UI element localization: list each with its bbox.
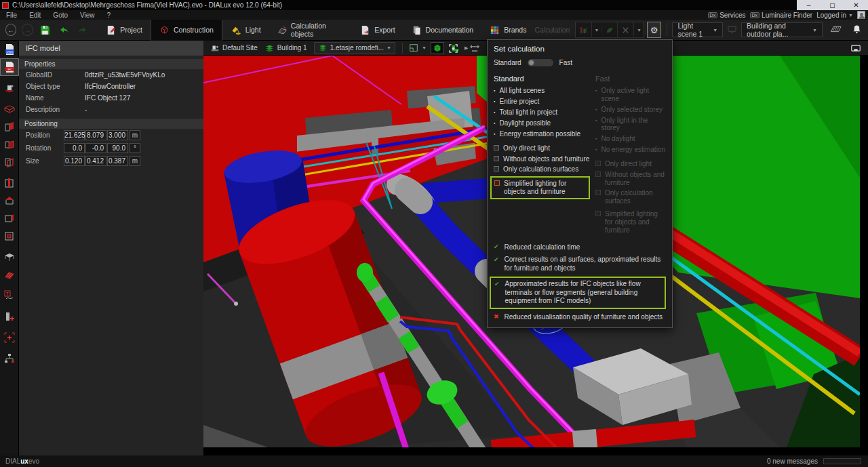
checkbox-simplified-lighting[interactable]: Simplified lighting for objects and furn… xyxy=(494,180,586,196)
globalid-value: 0dtziR_u53twE5vFVoyKLo xyxy=(85,71,165,79)
checkbox-icon xyxy=(595,171,601,177)
menu-goto[interactable]: Goto xyxy=(47,12,74,19)
properties-panel: IFC model Properties GlobalID0dtziR_u53t… xyxy=(19,41,203,455)
toggle-knob xyxy=(528,60,534,66)
chevron-down-icon: ▼ xyxy=(387,45,391,50)
tab-light[interactable]: Light xyxy=(222,20,269,41)
property-row: GlobalID0dtziR_u53twE5vFVoyKLo xyxy=(19,69,203,81)
position-unit: m xyxy=(130,130,140,140)
paste-object-icon[interactable] xyxy=(0,329,19,346)
chevron-down-icon[interactable]: ▼ xyxy=(422,45,427,50)
services-button[interactable]: Dx Services xyxy=(708,12,746,19)
furniture-icon[interactable] xyxy=(0,248,19,266)
chevron-down-icon[interactable]: ▼ xyxy=(634,28,644,33)
menu-file[interactable]: File xyxy=(0,12,23,19)
ifc-file-icon[interactable]: IFC xyxy=(0,58,19,76)
logged-in-dropdown[interactable]: Logged in▼ xyxy=(816,12,853,19)
tab-brands[interactable]: Brands xyxy=(481,20,534,41)
avatar[interactable] xyxy=(857,11,865,19)
back-button[interactable]: ← xyxy=(5,24,16,36)
calculation-label: Calculation xyxy=(534,26,570,34)
tab-calculation-objects[interactable]: Calculation objects xyxy=(269,20,353,41)
view-3d-button[interactable] xyxy=(431,42,444,54)
single-view-button[interactable] xyxy=(849,42,863,54)
chevron-down-icon[interactable]: ▼ xyxy=(592,28,601,33)
add-column-icon[interactable] xyxy=(0,308,19,325)
ceiling-icon[interactable] xyxy=(0,136,19,153)
tab-documentation[interactable]: Documentation xyxy=(403,20,482,41)
rotation-y-field[interactable]: -0.0 xyxy=(85,143,106,153)
energy-button[interactable] xyxy=(601,22,618,37)
measure-icon: mm xyxy=(469,43,480,54)
position-x-field[interactable]: 21.625 xyxy=(64,130,85,140)
storey-dropdown[interactable]: 1.etasje romdefi... ▼ xyxy=(314,42,395,54)
close-button[interactable]: ✕ xyxy=(846,0,867,10)
cancel-calculation-button[interactable] xyxy=(618,22,634,37)
checkbox-only-direct-light[interactable]: Only direct light xyxy=(494,144,590,153)
storey-icon[interactable] xyxy=(0,100,19,118)
checkbox-icon xyxy=(494,180,500,186)
toggle-label-standard: Standard xyxy=(494,59,521,66)
rotation-z-field[interactable]: 90.0 xyxy=(107,143,128,153)
room-icon[interactable] xyxy=(0,153,19,171)
undo-button[interactable] xyxy=(57,22,71,37)
dialux-logo: DIALuxevo xyxy=(5,458,39,465)
documentation-icon xyxy=(412,25,422,35)
menu-edit[interactable]: Edit xyxy=(23,12,47,19)
storey-icon xyxy=(318,43,328,52)
zoom-fit-button[interactable] xyxy=(446,42,460,54)
wall-icon[interactable] xyxy=(0,118,19,136)
zoom-fit-icon xyxy=(448,43,458,54)
standard-bullet: ▪Total light in project xyxy=(494,108,590,117)
calculation-settings-button[interactable]: ⚙ xyxy=(647,22,660,38)
monitor-icon xyxy=(850,44,861,53)
opening-icon[interactable] xyxy=(0,227,19,245)
tab-project[interactable]: Project xyxy=(98,20,151,41)
structure-tree-icon[interactable] xyxy=(0,350,19,367)
menu-view[interactable]: View xyxy=(74,12,101,19)
forward-button[interactable]: → xyxy=(22,24,33,36)
size-y-field[interactable]: 0.412 xyxy=(85,156,106,166)
render-quality-button[interactable] xyxy=(828,25,842,35)
light-scene-dropdown[interactable]: Light scene 1▼ xyxy=(672,22,723,37)
tab-construction[interactable]: Construction xyxy=(151,20,222,41)
position-z-field[interactable]: 3.000 xyxy=(107,130,128,140)
notifications-button[interactable] xyxy=(852,24,861,35)
roof-icon[interactable] xyxy=(0,192,19,209)
redo-button[interactable] xyxy=(76,22,90,37)
planning-mode-dropdown[interactable]: Building and outdoor pla...▼ xyxy=(741,22,823,37)
building-button[interactable]: Building 1 xyxy=(264,43,307,53)
maximize-button[interactable]: ◻ xyxy=(823,0,843,10)
column-icon[interactable] xyxy=(0,174,19,192)
calculation-mode-toggle[interactable] xyxy=(527,58,554,67)
default-site-button[interactable]: Default Site xyxy=(210,43,258,53)
checkbox-without-objects[interactable]: Without objects and furniture xyxy=(494,155,590,163)
menu-help[interactable]: ? xyxy=(101,12,117,19)
fast-bullet: ▪Only light in the storey xyxy=(595,117,666,132)
position-y-field[interactable]: 8.079 xyxy=(85,130,106,140)
building-icon xyxy=(264,43,275,53)
luminaire-finder-button[interactable]: Dx Luminaire Finder xyxy=(750,12,813,19)
size-z-field[interactable]: 0.387 xyxy=(107,156,128,166)
calculation-objects-icon xyxy=(277,25,287,35)
checkbox-only-calc-surfaces[interactable]: Only calculation surfaces xyxy=(494,165,590,174)
surface-texture-icon[interactable] xyxy=(0,266,19,283)
scene-margin xyxy=(203,447,868,455)
text-label-icon[interactable]: T xyxy=(0,287,19,304)
display-mode-button[interactable] xyxy=(727,25,737,35)
window-icon[interactable] xyxy=(0,209,19,227)
minimize-button[interactable]: – xyxy=(799,0,819,10)
toggle-label-fast: Fast xyxy=(559,59,572,66)
start-calculation-button[interactable] xyxy=(576,22,592,37)
floor-plan-button[interactable] xyxy=(407,42,420,54)
size-row: Size 0.120 0.412 0.387 m xyxy=(19,155,203,167)
set-calculation-popup: Set calculation Standard Fast Standard ▪… xyxy=(487,39,673,328)
dwg-file-icon[interactable]: DWG xyxy=(0,41,19,58)
measure-button[interactable]: mm xyxy=(468,42,481,54)
rotation-x-field[interactable]: 0.0 xyxy=(64,143,85,153)
tab-export[interactable]: Export xyxy=(352,20,403,41)
messages-label[interactable]: 0 new messages xyxy=(767,458,818,465)
save-button[interactable] xyxy=(39,22,52,37)
size-x-field[interactable]: 0.120 xyxy=(64,156,85,166)
site-icon[interactable] xyxy=(0,79,19,97)
